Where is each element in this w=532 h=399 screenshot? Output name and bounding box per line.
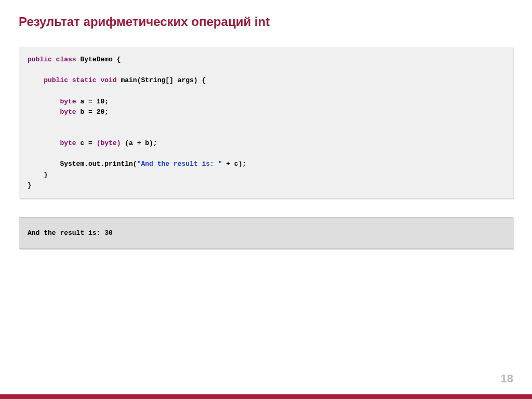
code-block: public class ByteDemo { public static vo… [19,47,513,198]
code-text: ByteDemo { [76,56,121,63]
bottom-bar [0,394,532,399]
code-text: + c); [222,160,246,168]
code-text: } [28,181,32,189]
code-string: "And the result is: " [137,160,222,168]
code-keyword: byte [28,139,76,147]
code-text: (a + b); [121,139,157,147]
output-text: And the result is: 30 [28,229,113,237]
code-text: System.out.println( [28,160,137,168]
code-keyword: byte [28,108,76,116]
code-keyword: public class [28,56,76,63]
page-number: 18 [501,372,513,385]
code-text: b = 20; [76,108,109,116]
slide-title: Результат арифметических операций int [19,15,513,29]
output-block: And the result is: 30 [19,217,513,249]
code-text: a = 10; [76,98,109,105]
code-text: c = [76,139,97,147]
slide: Результат арифметических операций int pu… [0,0,532,399]
code-text: } [28,171,48,179]
code-keyword: byte [28,98,76,105]
code-text: main(String[] args) { [117,76,206,84]
code-keyword: public static void [28,76,117,84]
code-cast: (byte) [97,139,121,147]
